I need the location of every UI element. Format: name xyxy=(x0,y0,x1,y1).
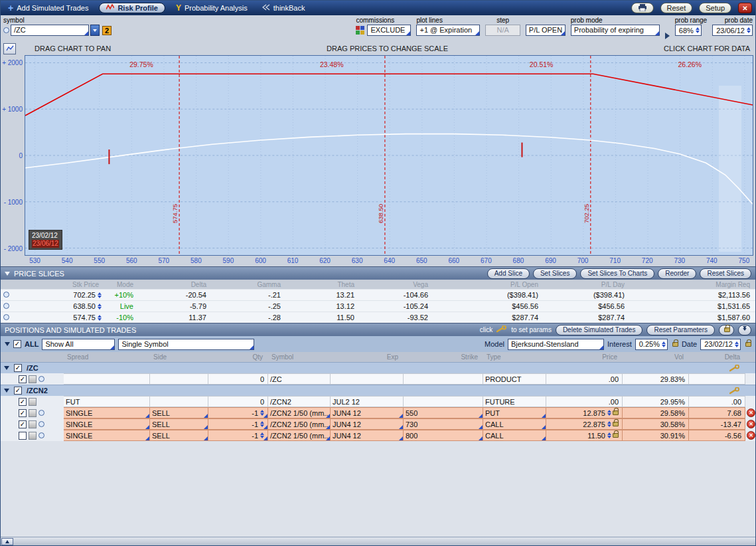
y-axis-label: - 1000 xyxy=(1,199,23,206)
interest-field[interactable]: 0.25% xyxy=(635,339,668,350)
slices-button-add-slice[interactable]: Add Slice xyxy=(487,268,530,279)
group-checkbox[interactable]: ✓ xyxy=(14,364,22,372)
collapse-slices-icon[interactable] xyxy=(5,272,10,276)
slice-price-field[interactable]: 702.25 xyxy=(11,291,104,299)
cell-type[interactable]: CALL xyxy=(483,430,546,441)
cell-qty[interactable]: -1 xyxy=(208,430,268,441)
slice-link-icon[interactable] xyxy=(3,292,9,298)
slices-button-reorder[interactable]: Reorder xyxy=(658,268,696,279)
tab-thinkback[interactable]: thinkBack xyxy=(258,3,309,13)
cell-exp[interactable]: JUN4 12 xyxy=(331,430,404,441)
date-field[interactable]: 23/02/12 xyxy=(700,339,741,350)
row-link-icon[interactable] xyxy=(38,432,44,438)
row-options-button[interactable] xyxy=(29,432,37,440)
set-params-wrench-icon[interactable] xyxy=(729,365,740,372)
cell-symbol[interactable]: /ZCN2 1/50 (mm... xyxy=(268,418,331,430)
cell-price[interactable]: 12.875 xyxy=(546,407,623,418)
row-options-button[interactable] xyxy=(29,398,37,406)
slice-price-field[interactable]: 574.75 xyxy=(11,314,104,321)
delete-trade-button[interactable]: ✕ xyxy=(747,431,755,440)
reset-parameters-button[interactable]: Reset Parameters xyxy=(646,325,715,335)
slices-button-set-slices[interactable]: Set Slices xyxy=(533,268,577,279)
tab-add-simulated-trades[interactable]: + Add Simulated Trades xyxy=(4,3,92,13)
symbol-combo[interactable]: /ZC xyxy=(11,25,89,36)
row-checkbox[interactable]: ✓ xyxy=(19,409,27,417)
tab-probability-analysis[interactable]: Y Probability Analysis xyxy=(172,3,252,13)
cell-side[interactable]: SELL xyxy=(150,407,208,418)
model-combo[interactable]: Bjerksund-Stensland xyxy=(508,339,604,350)
cell-type[interactable]: CALL xyxy=(483,418,546,430)
cell-strike[interactable]: 730 xyxy=(404,418,483,430)
cell-qty[interactable]: -1 xyxy=(208,418,268,430)
scope-filter-combo[interactable]: Single Symbol xyxy=(118,339,254,350)
collapse-group-icon[interactable] xyxy=(4,366,9,370)
row-checkbox[interactable]: ✓ xyxy=(19,375,27,383)
show-filter-combo[interactable]: Show All xyxy=(42,339,115,350)
collapse-group-icon[interactable] xyxy=(4,389,9,393)
row-options-button[interactable] xyxy=(29,420,37,428)
tab-risk-profile[interactable]: Risk Profile xyxy=(99,3,165,13)
slice-link-icon[interactable] xyxy=(3,303,9,309)
reset-button[interactable]: Reset xyxy=(660,3,693,13)
price-slice-row: 638.50Live-5.79-.2513.12-105.24$456.56$4… xyxy=(1,300,755,312)
cell-price[interactable]: 22.875 xyxy=(546,418,623,430)
setup-button[interactable]: Setup xyxy=(699,3,731,13)
cell-side[interactable]: SELL xyxy=(150,430,208,441)
commissions-grid-icon[interactable] xyxy=(356,26,364,35)
interest-lock-icon[interactable] xyxy=(672,342,678,347)
slices-button-reset-slices[interactable]: Reset Slices xyxy=(700,268,751,279)
symbol-dropdown-arrow-icon[interactable] xyxy=(90,25,100,36)
row-options-button[interactable] xyxy=(29,409,37,417)
chart-plot-area[interactable]: 574.75638.50702.2529.75%23.48%20.51%26.2… xyxy=(25,55,753,256)
date-lock-icon[interactable] xyxy=(745,342,751,347)
expand-right-icon[interactable] xyxy=(665,33,670,39)
restore-panel-button[interactable] xyxy=(1,538,13,545)
slice-link-icon[interactable] xyxy=(3,314,9,320)
cell-spread[interactable]: SINGLE xyxy=(64,430,150,441)
close-button[interactable]: ✕ xyxy=(738,3,752,13)
row-checkbox[interactable] xyxy=(19,432,27,440)
lock-button[interactable] xyxy=(719,325,734,335)
row-options-button[interactable] xyxy=(29,375,37,383)
prob-date-field[interactable]: 23/06/12 xyxy=(712,25,753,36)
slice-mode[interactable]: +10% xyxy=(104,291,139,299)
collapse-positions-icon[interactable] xyxy=(5,342,10,346)
row-checkbox[interactable]: ✓ xyxy=(19,398,27,406)
row-checkbox[interactable]: ✓ xyxy=(19,420,27,428)
legend-expiration-date[interactable]: 23/06/12 xyxy=(32,240,59,248)
cell-exp[interactable]: JUN4 12 xyxy=(331,418,404,430)
collapse-panel-button[interactable] xyxy=(738,325,751,335)
cell-strike[interactable]: 550 xyxy=(404,407,483,418)
chart-style-button[interactable] xyxy=(3,43,16,54)
slice-mode[interactable]: -10% xyxy=(104,314,139,321)
cell-symbol[interactable]: /ZCN2 1/50 (mm... xyxy=(268,407,331,418)
group-checkbox[interactable]: ✓ xyxy=(14,387,22,395)
slices-button-set-slices-to-charts[interactable]: Set Slices To Charts xyxy=(580,268,654,279)
plot-lines-combo[interactable]: +1 @ Expiration xyxy=(416,25,480,36)
delete-simulated-trades-button[interactable]: Delete Simulated Trades xyxy=(556,325,643,335)
row-link-icon[interactable] xyxy=(38,410,44,416)
print-button[interactable] xyxy=(631,3,654,13)
cell-strike[interactable]: 800 xyxy=(404,430,483,441)
cell-symbol[interactable]: /ZCN2 1/50 (mm... xyxy=(268,430,331,441)
set-params-wrench-icon[interactable] xyxy=(729,387,740,395)
slice-mode[interactable]: Live xyxy=(104,302,139,310)
slice-price-field[interactable]: 638.50 xyxy=(11,302,104,310)
row-link-icon[interactable] xyxy=(38,421,44,427)
commissions-combo[interactable]: EXCLUDE xyxy=(367,25,411,36)
pl-mode-combo[interactable]: P/L OPEN xyxy=(526,25,566,36)
cell-spread[interactable]: SINGLE xyxy=(64,418,150,430)
cell-type[interactable]: PUT xyxy=(483,407,546,418)
cell-exp[interactable]: JUN4 12 xyxy=(331,407,404,418)
prob-mode-combo[interactable]: Probability of expiring xyxy=(571,25,660,36)
cell-price[interactable]: 11.50 xyxy=(546,430,623,441)
cell-spread[interactable]: SINGLE xyxy=(64,407,150,418)
row-link-icon[interactable] xyxy=(38,376,44,382)
prob-range-field[interactable]: 68% xyxy=(675,25,702,36)
delete-trade-button[interactable]: ✕ xyxy=(747,420,755,428)
delete-trade-button[interactable]: ✕ xyxy=(747,409,755,417)
symbol-link-icon[interactable] xyxy=(3,27,9,33)
all-checkbox[interactable]: ✓ xyxy=(13,340,21,348)
cell-side[interactable]: SELL xyxy=(150,418,208,430)
cell-qty[interactable]: -1 xyxy=(208,407,268,418)
